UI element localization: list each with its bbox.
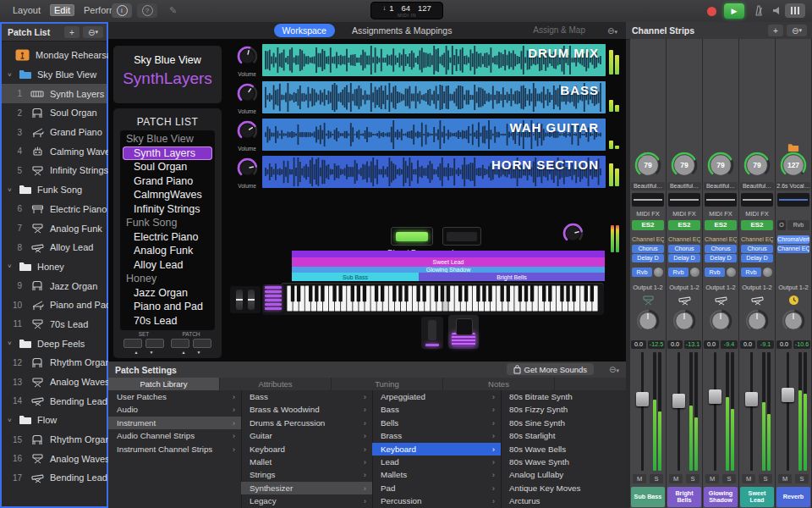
strip-setting-label[interactable]: Beautiful… <box>704 182 738 190</box>
fader-cap[interactable] <box>672 394 685 408</box>
send-level-knob[interactable] <box>654 268 663 277</box>
channel-strip-sweet-lead[interactable]: 79Beautiful…MIDI FXES2Channel EQChorusDe… <box>739 39 776 508</box>
patch-row-rhythm-organ[interactable]: 15Rhythm Organ <box>2 430 107 450</box>
audio-fx-slot-delay-d[interactable]: Delay D <box>668 254 700 262</box>
patch-row-soul-organ[interactable]: 2Soul Organ <box>2 103 107 123</box>
audio-fx-slot-chorus[interactable]: Chorus <box>668 245 700 253</box>
library-item-drums-percussion[interactable]: Drums & Percussion› <box>241 417 372 429</box>
strip-setting-label[interactable]: Beautiful… <box>667 182 701 190</box>
mode-layout[interactable]: Layout <box>8 4 45 16</box>
disclosure-chevron-icon[interactable]: ˅ <box>8 340 12 347</box>
library-item-arpeggiated[interactable]: Arpeggiated› <box>372 390 501 403</box>
patch-row-rhythm-organ[interactable]: 12Rhythm Organ <box>2 353 107 373</box>
track-volume-knob[interactable]: Volume <box>233 45 261 77</box>
disclosure-chevron-icon[interactable]: ˅ <box>8 417 12 424</box>
patch-row-calming-waves[interactable]: 4Calming Waves <box>2 141 107 161</box>
library-item-lead[interactable]: Lead› <box>372 456 501 468</box>
record-button[interactable] <box>707 7 716 16</box>
mute-button[interactable]: M <box>633 474 646 483</box>
fader-cap[interactable] <box>636 392 649 406</box>
solo-button[interactable]: S <box>795 474 809 483</box>
library-item-synthesizer[interactable]: Synthesizer› <box>241 482 372 494</box>
pan-value[interactable]: 0.0 <box>776 340 792 349</box>
mute-button[interactable]: M <box>742 474 755 483</box>
patch-row-70s-lead[interactable]: 1170s Lead <box>2 315 107 334</box>
strip-gain-knob[interactable]: 79 <box>670 151 699 183</box>
patch-row-synth-layers[interactable]: 1Synth Layers <box>2 84 107 103</box>
pan-knob[interactable] <box>708 308 733 337</box>
level-value[interactable]: -12.5 <box>648 340 665 349</box>
pan-knob[interactable] <box>672 308 697 337</box>
output-slot[interactable]: Output 1-2 <box>667 284 702 291</box>
tree-row-monday-rehearsal[interactable]: Monday Rehearsal <box>2 46 107 65</box>
library-item-bass[interactable]: Bass› <box>241 390 372 403</box>
midi-fx-label[interactable]: MIDI FX <box>630 210 666 218</box>
patch-settings-action-menu[interactable]: ⊖▾ <box>609 365 619 374</box>
library-item-keyboard[interactable]: Keyboard› <box>372 443 501 456</box>
channel-strip-reverb[interactable]: 1272.6s Vocal…ORvbChromaVerbChannel EQOu… <box>776 39 812 508</box>
strip-gain-knob[interactable]: 127 <box>779 151 808 183</box>
solo-button[interactable]: S <box>650 474 663 483</box>
selector-row-honey[interactable]: Honey <box>120 272 215 286</box>
library-item-arcturus[interactable]: Arcturus <box>501 494 626 507</box>
mode-edit[interactable]: Edit <box>50 4 74 16</box>
volume-fader[interactable] <box>667 352 702 471</box>
library-item-80s-starlight[interactable]: 80s Starlight <box>501 429 626 442</box>
send-bus-label[interactable]: Rvb <box>668 268 689 277</box>
mute-button[interactable]: M <box>705 474 719 483</box>
layer-bar-glowing-shadow[interactable]: Glowing Shadow <box>292 267 605 273</box>
audio-fx-slot-delay-d[interactable]: Delay D <box>705 254 737 262</box>
play-button[interactable]: ▶ <box>724 3 744 19</box>
pencil-icon[interactable]: ✎ <box>169 5 177 16</box>
strip-name-label[interactable]: Glowing Shadow <box>704 487 738 507</box>
mod-led-pad[interactable] <box>262 284 284 315</box>
track-drum-mix[interactable]: DRUM MIX <box>262 44 606 76</box>
tab-notes[interactable]: Notes <box>443 378 555 390</box>
fader-cap[interactable] <box>745 392 758 406</box>
layer-bar-bright-bells[interactable]: Bright Bells <box>419 273 605 281</box>
patch-next-button[interactable] <box>193 339 211 348</box>
library-item-80s-fizzy-synth[interactable]: 80s Fizzy Synth <box>501 403 626 416</box>
library-item-strings[interactable]: Strings› <box>241 468 372 481</box>
output-slot[interactable]: Output 1-2 <box>739 284 775 291</box>
patch-row-alloy-lead[interactable]: 8Alloy Lead <box>2 238 107 257</box>
add-patch-button[interactable]: + <box>64 26 80 38</box>
strip-gain-knob[interactable]: 79 <box>634 151 662 183</box>
disclosure-chevron-icon[interactable]: ˅ <box>8 262 12 270</box>
send-slot[interactable]: Rvb <box>705 268 737 277</box>
eq-thumbnail[interactable] <box>668 193 700 207</box>
audio-fx-slot-channel-eq[interactable]: Channel EQ <box>777 245 809 253</box>
set-next-button[interactable] <box>145 339 164 348</box>
tree-row-sky-blue-view[interactable]: ˅Sky Blue View <box>2 65 107 85</box>
strip-name-label[interactable]: Bright Bells <box>667 487 701 507</box>
strip-setting-label[interactable]: 2.6s Vocal… <box>776 182 810 190</box>
selector-row-alloy-lead[interactable]: Alloy Lead <box>120 258 215 273</box>
set-prev-button[interactable] <box>123 339 142 348</box>
input-slot[interactable]: ORvb <box>777 220 809 230</box>
library-item-80s-wave-synth[interactable]: 80s Wave Synth <box>501 456 626 468</box>
fader-cap[interactable] <box>709 389 721 404</box>
output-slot[interactable]: Output 1-2 <box>630 284 666 291</box>
patch-list-action-menu[interactable]: ⊖▾ <box>83 26 103 38</box>
volume-fader[interactable] <box>630 352 666 471</box>
midi-fx-label[interactable]: MIDI FX <box>703 210 738 218</box>
library-item-instrument[interactable]: Instrument› <box>108 417 241 429</box>
volume-fader[interactable] <box>776 352 811 471</box>
strip-name-label[interactable]: Sweet Lead <box>740 487 774 507</box>
volume-fader[interactable] <box>739 352 775 471</box>
workspace-action-menu[interactable]: ⊖▾ <box>607 26 617 36</box>
sustain-pedal-icon[interactable] <box>421 317 443 349</box>
channel-strip-bright-bells[interactable]: 79Beautiful…MIDI FXES2Channel EQChorusDe… <box>667 39 703 508</box>
send-bus-label[interactable]: Rvb <box>741 268 761 277</box>
eq-thumbnail[interactable] <box>632 193 664 207</box>
patch-row-bending-lead[interactable]: 17Bending Lead <box>2 468 107 488</box>
patch-row-analog-waves[interactable]: 16Analog Waves <box>2 449 107 468</box>
track-bass[interactable]: BASS <box>262 81 606 113</box>
library-item-antique-key-moves[interactable]: Antique Key Moves <box>501 482 626 494</box>
audio-fx-slot-channel-eq[interactable]: Channel EQ <box>741 235 773 244</box>
solo-button[interactable]: S <box>686 474 700 483</box>
patch-row-analog-waves[interactable]: 13Analog Waves <box>2 373 107 392</box>
solo-button[interactable]: S <box>722 474 736 483</box>
library-item-keyboard[interactable]: Keyboard› <box>241 443 372 456</box>
selector-row-sky-blue-view[interactable]: Sky Blue View <box>120 132 215 146</box>
